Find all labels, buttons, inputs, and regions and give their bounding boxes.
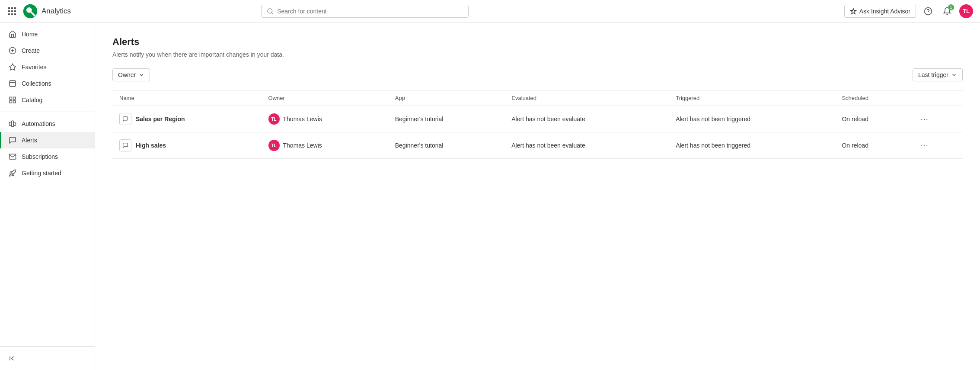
- qlik-logo[interactable]: Analytics: [22, 3, 71, 19]
- actions-cell-2: ···: [911, 132, 963, 159]
- svg-rect-6: [8, 13, 10, 15]
- sidebar-label-automations: Automations: [22, 120, 55, 127]
- col-header-actions: [911, 90, 963, 106]
- evaluated-cell-1: Alert has not been evaluate: [504, 106, 669, 132]
- alerts-icon: [9, 136, 16, 144]
- sidebar-label-getting-started: Getting started: [22, 170, 61, 177]
- sidebar-collapse-button[interactable]: [0, 350, 95, 367]
- insight-advisor-label: Ask Insight Advisor: [859, 8, 910, 15]
- owner-avatar-1: TL: [268, 113, 280, 125]
- home-icon: [9, 30, 16, 38]
- alert-name-cell: Sales per Region: [112, 106, 262, 132]
- user-avatar[interactable]: TL: [959, 4, 973, 18]
- evaluated-cell-2: Alert has not been evaluate: [504, 132, 669, 159]
- sidebar-label-alerts: Alerts: [22, 137, 37, 144]
- sidebar-label-subscriptions: Subscriptions: [22, 153, 58, 160]
- svg-point-12: [268, 9, 272, 13]
- collections-icon: [9, 80, 16, 87]
- svg-rect-4: [11, 10, 13, 12]
- owner-name-2: Thomas Lewis: [283, 142, 322, 149]
- sidebar-item-collections[interactable]: Collections: [0, 75, 95, 92]
- svg-rect-1: [11, 7, 13, 9]
- svg-rect-0: [8, 7, 10, 9]
- insight-advisor-button[interactable]: Ask Insight Advisor: [844, 5, 916, 18]
- alert-name-text[interactable]: Sales per Region: [136, 116, 185, 122]
- help-icon: [924, 7, 932, 16]
- sidebar-label-create: Create: [22, 47, 40, 54]
- sidebar-item-create[interactable]: Create: [0, 42, 95, 59]
- sidebar-item-home[interactable]: Home: [0, 26, 95, 42]
- svg-rect-8: [14, 13, 16, 15]
- alert-type-icon: [122, 116, 128, 122]
- sidebar-bottom: [0, 343, 95, 367]
- triggered-cell-2: Alert has not been triggered: [669, 132, 835, 159]
- grid-menu-icon[interactable]: [7, 6, 17, 16]
- last-trigger-sort-button[interactable]: Last trigger: [913, 68, 963, 81]
- topnav-actions: Ask Insight Advisor 1 TL: [844, 4, 973, 18]
- sidebar-label-catalog: Catalog: [22, 97, 42, 103]
- owner-avatar-2: TL: [268, 140, 280, 151]
- owner-cell-2: TL Thomas Lewis: [262, 132, 388, 159]
- app-cell-1: Beginner's tutorial: [388, 106, 505, 132]
- triggered-cell-1: Alert has not been triggered: [669, 106, 835, 132]
- avatar-initials: TL: [963, 8, 970, 14]
- svg-rect-7: [11, 13, 13, 15]
- col-header-triggered: Triggered: [669, 90, 835, 106]
- sidebar-divider: [0, 112, 95, 112]
- col-header-owner: Owner: [262, 90, 388, 106]
- scheduled-cell-2: On reload: [835, 132, 910, 159]
- sidebar-item-favorites[interactable]: Favorites: [0, 59, 95, 75]
- rocket-icon: [9, 169, 16, 177]
- table-row: Sales per Region TL Thomas Lewis Beginne…: [112, 106, 963, 132]
- search-input[interactable]: [277, 8, 463, 15]
- owner-initials-2: TL: [271, 143, 276, 148]
- svg-rect-5: [14, 10, 16, 12]
- svg-rect-2: [14, 7, 16, 9]
- sidebar-label-home: Home: [22, 31, 38, 38]
- notification-badge: 1: [948, 4, 954, 10]
- help-button[interactable]: [921, 4, 935, 18]
- alert-name-text-2[interactable]: High sales: [136, 142, 166, 149]
- col-header-scheduled: Scheduled: [835, 90, 910, 106]
- owner-name-1: Thomas Lewis: [283, 116, 322, 122]
- more-options-button-2[interactable]: ···: [918, 138, 932, 152]
- alert-name-container: Sales per Region: [119, 113, 255, 125]
- sidebar-item-automations[interactable]: Automations: [0, 116, 95, 132]
- create-icon: [9, 47, 16, 55]
- svg-rect-23: [13, 101, 16, 103]
- sidebar-item-getting-started[interactable]: Getting started: [0, 165, 95, 181]
- sidebar-label-collections: Collections: [22, 80, 51, 87]
- page-title: Alerts: [112, 36, 963, 48]
- notifications-button[interactable]: 1: [940, 4, 954, 18]
- alert-icon-sales-region: [119, 113, 131, 125]
- col-header-app: App: [388, 90, 505, 106]
- chevron-down-icon: [138, 72, 144, 78]
- sidebar-item-subscriptions[interactable]: Subscriptions: [0, 148, 95, 165]
- svg-rect-26: [14, 123, 16, 125]
- more-options-button-1[interactable]: ···: [918, 112, 932, 126]
- owner-cell: TL Thomas Lewis: [262, 106, 388, 132]
- sidebar-label-favorites: Favorites: [22, 64, 47, 71]
- col-header-evaluated: Evaluated: [504, 90, 669, 106]
- sidebar-item-catalog[interactable]: Catalog: [0, 92, 95, 108]
- sidebar: Home Create Favorites Collections Catalo…: [0, 23, 95, 370]
- search-icon: [267, 8, 274, 15]
- main-layout: Home Create Favorites Collections Catalo…: [0, 23, 980, 370]
- sidebar-item-alerts[interactable]: Alerts: [0, 132, 95, 148]
- owner-button-label: Owner: [118, 71, 136, 78]
- search-bar[interactable]: [261, 5, 469, 18]
- top-navigation: Analytics Ask Insight Advisor 1 TL: [0, 0, 980, 23]
- col-header-name: Name: [112, 90, 262, 106]
- owner-container-2: TL Thomas Lewis: [268, 140, 381, 151]
- svg-rect-20: [10, 97, 12, 99]
- alert-type-icon-2: [122, 142, 128, 148]
- owner-filter-button[interactable]: Owner: [112, 68, 150, 81]
- sparkle-icon: [850, 8, 857, 15]
- subscriptions-icon: [9, 153, 16, 161]
- page-subtitle: Alerts notify you when there are importa…: [112, 51, 963, 58]
- alert-name-container-2: High sales: [119, 139, 255, 151]
- alerts-table: Name Owner App Evaluated Triggered Sched…: [112, 90, 963, 159]
- sidebar-bottom-divider: [0, 346, 95, 347]
- svg-rect-3: [8, 10, 10, 12]
- svg-marker-18: [10, 64, 16, 70]
